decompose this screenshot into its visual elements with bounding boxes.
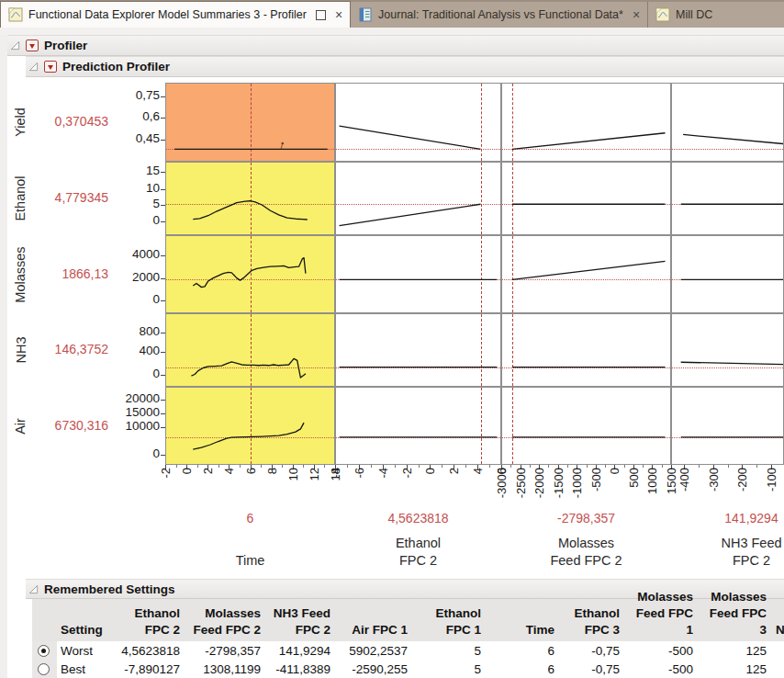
y-tick-mark (161, 333, 165, 333)
disclosure-triangle-icon[interactable] (28, 62, 39, 72)
y-tick-label: 0 (106, 213, 160, 227)
window-background (0, 28, 784, 35)
x-minor-tick-mark (324, 465, 325, 468)
table-row: Worst4,5623818-2798,357141,92945902,2537… (32, 641, 784, 660)
y-tick-mark (161, 255, 165, 256)
x-minor-tick-mark (261, 465, 262, 468)
x-minor-tick-mark (699, 465, 700, 468)
remembered-settings-table: SettingEthanolFPC 2MolassesFeed FPC 2NH3… (32, 599, 784, 678)
profile-curve (672, 163, 783, 234)
tab-journal[interactable]: Journal: Traditional Analysis vs Functio… (351, 2, 648, 28)
y-tick-mark (161, 455, 165, 456)
x-minor-tick-mark (442, 465, 442, 468)
tab-bar: Functional Data Explorer Model Summaries… (0, 0, 784, 28)
outline-header-prediction-profiler: Prediction Profiler (26, 56, 784, 77)
setting-radio-button[interactable] (38, 663, 50, 675)
tab-mill[interactable]: Mill DC (648, 2, 784, 28)
table-cell: -0,75 (560, 660, 625, 678)
profiler-cell-r1c1[interactable] (335, 162, 501, 235)
profiler-cell-r1c0[interactable] (165, 162, 335, 235)
profiler-cell-r1c2[interactable] (501, 162, 671, 235)
table-cell: -0,75 (560, 641, 625, 660)
profiler-cell-r2c1[interactable] (335, 235, 501, 313)
table-cell: 5902,2537 (336, 641, 413, 660)
outline-title: Prediction Profiler (62, 60, 170, 73)
table-header-cell: MolassesFeed FPC 2 (185, 599, 266, 641)
y-tick-label: 0 (106, 367, 160, 380)
table-cell (772, 641, 784, 660)
journal-icon (358, 7, 373, 22)
restore-window-icon[interactable] (316, 10, 326, 20)
radio-cell[interactable] (32, 660, 57, 678)
profile-curve (672, 388, 783, 464)
radio-cell[interactable] (32, 641, 57, 660)
table-header-cell: Setting (57, 599, 110, 641)
outline-title: Remembered Settings (44, 582, 175, 596)
profiler-cell-r0c1[interactable] (335, 83, 501, 162)
profiler-cell-r3c0[interactable] (165, 313, 335, 387)
profiler-cell-r2c2[interactable] (501, 235, 671, 313)
profiler-cell-r2c0[interactable] (165, 235, 335, 313)
report-icon (655, 7, 670, 22)
setting-radio-button[interactable] (38, 645, 50, 657)
profile-curve (336, 314, 500, 386)
y-tick-mark (161, 375, 165, 376)
x-minor-tick-mark (567, 465, 568, 468)
x-minor-tick-mark (419, 465, 420, 468)
table-header-row: SettingEthanolFPC 2MolassesFeed FPC 2NH3… (32, 599, 784, 641)
profile-curve (166, 163, 334, 234)
y-tick-label: 15 (106, 164, 160, 177)
profiler-cell-r3c1[interactable] (335, 313, 501, 387)
profiler-cell-r4c0[interactable] (165, 387, 335, 465)
x-tick-label: -2000 (532, 468, 545, 512)
profiler-cell-r2c3[interactable] (671, 235, 784, 313)
tab-title: Mill DC (676, 8, 712, 21)
profile-curve (336, 388, 500, 464)
profiler-cell-r0c2[interactable] (501, 83, 671, 162)
y-tick-mark (161, 427, 165, 428)
close-tab-icon[interactable]: × (633, 8, 640, 21)
profile-curve (672, 236, 783, 312)
table-cell: -2798,357 (185, 641, 266, 660)
x-minor-tick-mark (218, 465, 219, 468)
y-tick-mark (161, 352, 165, 353)
profiler-cell-r4c1[interactable] (335, 387, 501, 465)
window-left-margin (0, 35, 7, 678)
red-triangle-menu-icon[interactable] (44, 61, 57, 73)
tab-fde-profiler[interactable]: Functional Data Explorer Model Summaries… (0, 1, 351, 28)
x-minor-tick-mark (465, 465, 466, 468)
x-tick-label: 8 (265, 468, 278, 512)
profiler-cell-r0c3[interactable] (671, 83, 784, 162)
y-tick-mark (161, 221, 165, 222)
profiler-cell-r3c3[interactable] (671, 313, 784, 387)
x-tick-label: -2500 (514, 468, 527, 512)
report-icon (8, 7, 23, 22)
outline-header-profiler: Profiler (7, 35, 784, 56)
x-minor-tick-mark (530, 465, 531, 468)
table-header-cell: EthanolFPC 1 (413, 599, 487, 641)
x-minor-tick-mark (662, 465, 663, 468)
x-tick-label: -300 (707, 468, 720, 512)
profiler-cell-r4c2[interactable] (501, 387, 671, 465)
factor-name: Time (186, 531, 315, 570)
table-cell: -2590,255 (336, 660, 413, 678)
profiler-cell-r4c3[interactable] (671, 387, 784, 465)
x-minor-tick-mark (643, 465, 644, 468)
x-tick-label: -2 (400, 468, 413, 512)
red-triangle-menu-icon[interactable] (26, 40, 39, 51)
disclosure-triangle-icon[interactable] (28, 584, 39, 594)
close-tab-icon[interactable]: × (335, 8, 342, 21)
y-tick-label: 400 (106, 344, 160, 357)
x-tick-label: -200 (735, 468, 748, 512)
profiler-cell-r0c0[interactable]: ↑ (165, 83, 335, 162)
y-tick-mark (161, 140, 165, 141)
response-current-value: 6730,316 (33, 418, 108, 433)
table-cell: 1308,1199 (185, 660, 266, 678)
disclosure-triangle-icon[interactable] (10, 40, 20, 51)
x-minor-tick-mark (240, 465, 241, 468)
response-current-value: 146,3752 (33, 342, 108, 356)
tab-title: Journal: Traditional Analysis vs Functio… (378, 8, 623, 21)
x-tick-label: 10 (286, 468, 299, 512)
profiler-cell-r1c3[interactable] (671, 162, 784, 235)
profiler-cell-r3c2[interactable] (501, 313, 671, 387)
